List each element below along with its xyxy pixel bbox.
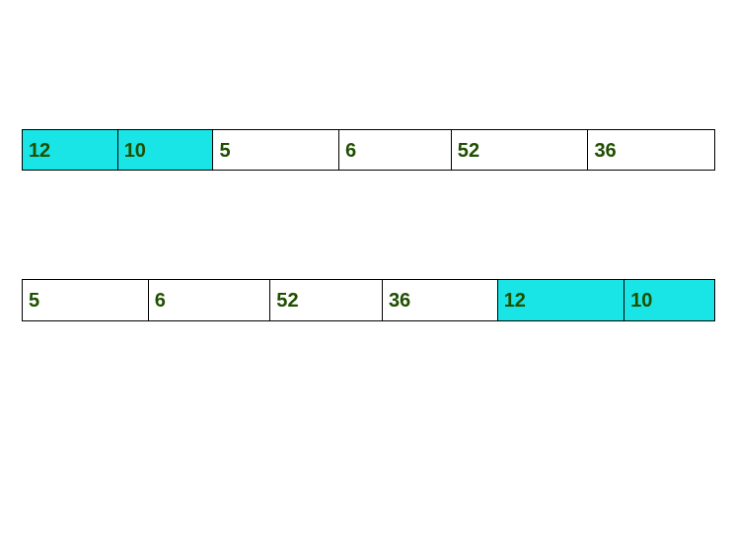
- array-row-0: 1210565236: [22, 129, 715, 171]
- array-cell: 36: [588, 130, 714, 170]
- array-cell: 5: [23, 280, 149, 320]
- array-cell: 12: [498, 280, 625, 320]
- array-cell: 52: [452, 130, 589, 170]
- array-cell: 5: [213, 130, 339, 170]
- array-cell: 36: [383, 280, 498, 320]
- array-cell: 52: [270, 280, 383, 320]
- array-cell: 10: [118, 130, 214, 170]
- array-row-1: 5652361210: [22, 279, 715, 321]
- array-cell: 6: [339, 130, 452, 170]
- array-cell: 10: [624, 280, 714, 320]
- array-cell: 6: [149, 280, 271, 320]
- array-cell: 12: [23, 130, 118, 170]
